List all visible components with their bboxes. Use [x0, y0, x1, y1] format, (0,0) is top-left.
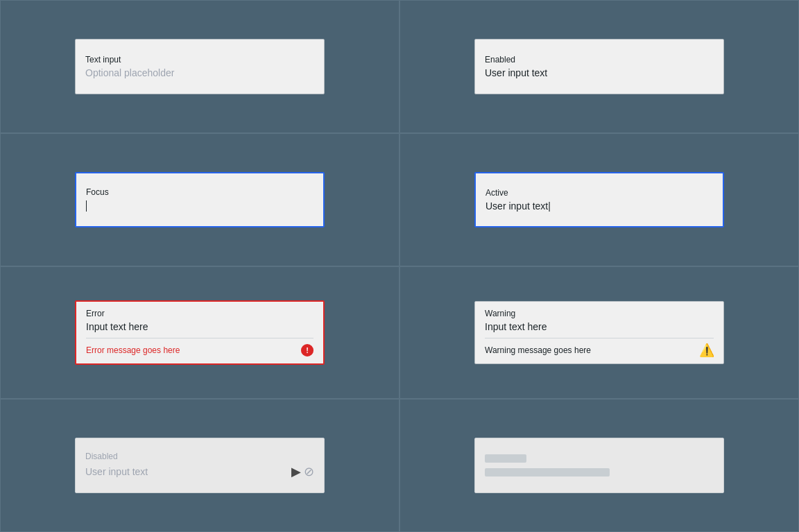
- warning-message-text: Warning message goes here: [485, 345, 591, 355]
- cell-warning: Warning Input text here Warning message …: [400, 266, 799, 400]
- error-value: Input text here: [86, 321, 313, 332]
- warning-icon: ⚠️: [700, 344, 714, 357]
- focus-value: [86, 200, 313, 212]
- error-field[interactable]: Error Input text here Error message goes…: [75, 300, 325, 365]
- no-entry-icon: ⊘: [304, 464, 314, 479]
- enabled-field[interactable]: Enabled User input text: [474, 39, 724, 94]
- cell-enabled: Enabled User input text: [400, 0, 799, 133]
- disabled-input-row: User input text ▶ ⊘: [85, 464, 314, 479]
- enabled-label: Enabled: [485, 55, 714, 65]
- skeleton-field: [474, 438, 724, 493]
- disabled-value: User input text: [85, 466, 148, 477]
- cell-disabled: Disabled User input text ▶ ⊘: [0, 399, 400, 532]
- cell-focus: Focus: [0, 133, 400, 266]
- text-input-label: Text input: [85, 55, 314, 65]
- focus-label: Focus: [86, 187, 313, 197]
- cursor-blink: [86, 200, 87, 212]
- disabled-label: Disabled: [85, 452, 314, 461]
- text-input-field[interactable]: Text input Optional placeholder: [75, 39, 325, 94]
- skeleton-line-short: [485, 454, 526, 463]
- cell-text-input: Text input Optional placeholder: [0, 0, 400, 133]
- active-label: Active: [486, 188, 713, 198]
- warning-message-row: Warning message goes here ⚠️: [485, 338, 714, 357]
- warning-field[interactable]: Warning Input text here Warning message …: [474, 301, 724, 364]
- error-message-text: Error message goes here: [86, 345, 180, 355]
- cell-active: Active User input text: [400, 133, 799, 266]
- active-field[interactable]: Active User input text: [474, 172, 724, 228]
- cell-error: Error Input text here Error message goes…: [0, 266, 400, 400]
- enabled-value: User input text: [485, 67, 714, 78]
- error-message-row: Error message goes here !: [86, 338, 313, 357]
- active-value: User input text: [486, 200, 713, 212]
- skeleton-line-long: [485, 468, 610, 477]
- error-icon: !: [301, 344, 313, 357]
- disabled-icons: ▶ ⊘: [289, 464, 314, 479]
- text-input-placeholder: Optional placeholder: [85, 67, 314, 78]
- warning-label: Warning: [485, 309, 714, 318]
- error-label: Error: [86, 309, 313, 318]
- warning-value: Input text here: [485, 321, 714, 332]
- cell-skeleton: [400, 399, 799, 532]
- disabled-field: Disabled User input text ▶ ⊘: [75, 438, 325, 493]
- focus-field[interactable]: Focus: [75, 172, 325, 228]
- cursor-icon: ▶: [291, 464, 301, 479]
